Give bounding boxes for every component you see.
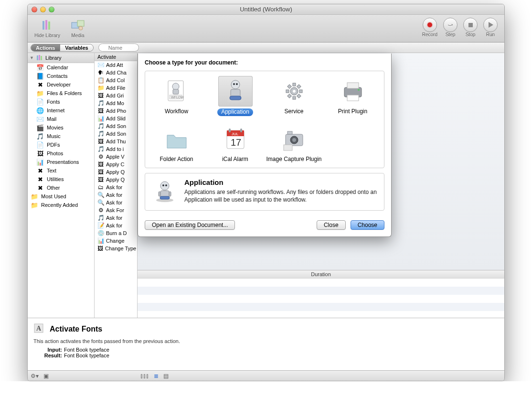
action-label: Ask for [106,223,122,228]
action-item[interactable]: 🖼Add Thu [95,138,137,145]
action-item[interactable]: 📋Add Col [95,76,137,84]
outline-icon[interactable]: ▤ [163,373,169,379]
action-item[interactable]: ✉️Add Att [95,61,137,69]
sidebar-item[interactable]: ✖︎Utilities [28,175,94,183]
sidebar-special-item[interactable]: 📁Most Used [28,192,94,201]
run-icon [483,18,498,32]
media-button[interactable]: Media [68,17,88,39]
sidebar-item[interactable]: 🎵Music [28,132,94,140]
sidebar-item[interactable]: 📄Fonts [28,97,94,106]
action-item[interactable]: ⚙︎Apple V [95,153,137,161]
log-table[interactable] [138,279,504,318]
doc-type-service[interactable]: Service [266,76,322,116]
sidebar-item[interactable]: ✖︎Developer [28,80,94,89]
disclosure-triangle-icon[interactable]: ▼ [30,55,34,60]
action-item[interactable]: 🔍Ask for [95,191,137,199]
sidebar-item[interactable]: 🎬Movies [28,123,94,132]
sidebar-item-label: Contacts [47,73,67,79]
action-item[interactable]: ⚙︎Ask For [95,206,137,214]
action-item[interactable]: 🖼Add Pho [95,107,137,115]
sidebar-item-label: Internet [47,107,64,113]
action-item[interactable]: 🎵Add Son [95,122,137,130]
step-button[interactable]: ⤻ Step [441,17,459,38]
library-header[interactable]: ▼ Library [28,53,94,63]
action-item[interactable]: 🗣Add Cha [95,69,137,76]
action-item[interactable]: 🖼Apply C [95,161,137,168]
doc-type-ical-alarm[interactable]: JUL17iCal Alarm [207,124,264,163]
action-icon: 📊 [97,237,104,244]
action-item[interactable]: 🔍Ask for [95,199,137,206]
sidebar-item[interactable]: ✉️Mail [28,115,94,123]
close-window-button[interactable] [32,7,37,12]
open-existing-button[interactable]: Open an Existing Document... [145,220,235,230]
svg-point-31 [293,90,296,93]
action-item[interactable]: 📝Ask for [95,222,137,229]
action-item[interactable]: 🎵Ask for [95,214,137,222]
toggle-detail-icon[interactable]: ▣ [43,373,49,379]
action-item[interactable]: 🖼Apply Q [95,176,137,183]
action-icon: 🎵 [97,146,104,152]
action-item[interactable]: 🖼Apply Q [95,168,137,176]
svg-rect-41 [240,129,242,132]
doc-type-folder-action[interactable]: Folder Action [148,124,205,163]
close-button[interactable]: Close [317,220,346,230]
action-item[interactable]: 💿Burn a D [95,229,137,237]
doc-type-label: Image Capture Plugin [266,156,321,163]
action-item[interactable]: 📊Add Slid [95,115,137,122]
sidebar-item-label: Photos [47,150,63,156]
action-item[interactable]: 🖼Add Gri [95,92,137,99]
sidebar-item[interactable]: 🖼Photos [28,149,94,158]
stop-icon [463,18,478,32]
tab-variables[interactable]: Variables [60,44,93,51]
action-icon: 🗣 [97,69,104,76]
sheet-prompt: Choose a type for your document: [145,59,384,66]
run-button[interactable]: Run [481,17,500,38]
action-item[interactable]: 🎵Add to i [95,145,137,153]
action-label: Add to i [106,146,124,152]
action-item[interactable]: 🎵Add Mo [95,99,137,107]
action-item[interactable]: 🎵Add Son [95,130,137,138]
sidebar-item[interactable]: 📄PDFs [28,140,94,149]
status-bar: ⚙︎▾ ▣ ⫿⫿⫿ ≣ ▤ [28,370,504,381]
stop-button[interactable]: Stop [461,17,479,38]
action-list-header[interactable]: Activate [95,53,137,61]
action-icon: 🖼 [97,138,104,145]
minimize-window-button[interactable] [40,7,46,12]
action-icon: 🔍 [97,199,104,206]
action-item[interactable]: 📁Add File [95,84,137,92]
choose-button[interactable]: Choose [351,220,384,230]
doc-type-image-capture-plugin[interactable]: Image Capture Plugin [266,124,322,163]
gear-menu-icon[interactable]: ⚙︎▾ [31,373,39,379]
sidebar-item[interactable]: ✖︎Other [28,183,94,192]
hide-library-button[interactable]: Hide Library [32,17,62,39]
action-item[interactable]: 🖼Change Type of Images [95,245,137,252]
doc-type-print-plugin[interactable]: Print Plugin [324,76,381,116]
sidebar-item[interactable]: 📅Calendar [28,63,94,72]
category-icon: 📘 [36,72,44,80]
action-item[interactable]: 🗂Ask for [95,183,137,191]
action-label: Burn a D [106,230,127,236]
action-label: Add Mo [106,100,124,106]
action-item[interactable]: 📊Change [95,237,137,245]
search-input[interactable] [98,43,139,52]
action-icon: 📋 [97,77,104,84]
doc-type-workflow[interactable]: WFLOWWorkflow [148,76,205,116]
sidebar-item[interactable]: 📊Presentations [28,158,94,166]
sidebar-item[interactable]: 📁Files & Folders [28,89,94,97]
doc-type-label: Service [284,108,303,115]
action-label: Add Att [106,62,123,68]
sidebar-item[interactable]: 🌐Internet [28,106,94,115]
sidebar-item[interactable]: ✖︎Text [28,166,94,175]
sidebar-item-label: Text [47,168,56,173]
sidebar-item[interactable]: 📘Contacts [28,72,94,80]
sidebar-item-label: Recently Added [41,202,78,208]
record-button[interactable]: Record [420,17,439,38]
sidebar-item-label: Calendar [47,64,68,70]
zoom-window-button[interactable] [49,7,54,12]
doc-type-application[interactable]: Application [207,76,264,116]
columns-icon[interactable]: ⫿⫿⫿ [140,373,149,379]
tab-actions[interactable]: Actions [31,44,60,51]
action-icon: 🎵 [97,130,104,137]
list-icon[interactable]: ≣ [154,373,159,379]
sidebar-special-item[interactable]: 📁Recently Added [28,201,94,209]
